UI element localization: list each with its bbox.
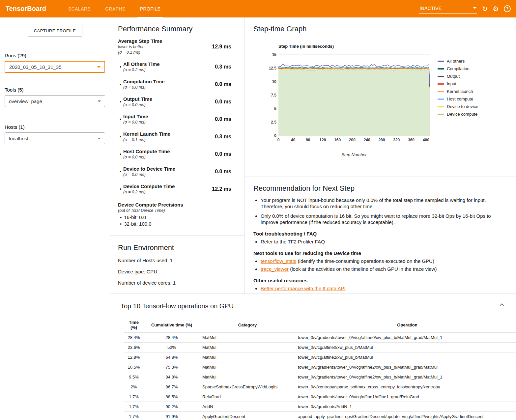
svg-text:0: 0 <box>274 133 276 138</box>
precisions-label: Device Compute Precisions <box>118 202 237 208</box>
metric-label: Output Time <box>123 96 152 102</box>
metric-value: 0.3 ms <box>215 134 231 140</box>
legend-label: Device to device <box>447 104 478 109</box>
recommendation-bullet: Only 0.0% of device computation is 16 bi… <box>261 213 503 225</box>
legend-item: Device compute <box>438 112 478 117</box>
legend-item: Output <box>438 74 478 79</box>
graph-column: Step-time Graph Step Time (in millisecon… <box>245 17 516 294</box>
chevron-down-icon <box>98 138 101 139</box>
faq-heading: Tool troubleshooting / FAQ <box>253 231 503 237</box>
tool-item: trace_viewer (look at the activities on … <box>261 266 503 272</box>
table-cell: tower_0/v/cg/affine0/xw_plus_b/MatMul <box>295 343 516 352</box>
legend-label: All others <box>447 59 465 64</box>
table-cell: tower_0/v/gradients/tower_0/v/cg/affine0… <box>295 333 516 343</box>
status-select[interactable]: INACTIVE <box>419 4 477 14</box>
performance-summary-title: Performance Summary <box>118 25 237 33</box>
header-tabs: SCALARSGRAPHSPROFILE <box>61 0 168 17</box>
tools-select[interactable]: overview_page <box>5 95 105 107</box>
bullet-icon: • <box>118 186 123 192</box>
app-title: TensorBoard <box>0 5 61 13</box>
svg-text:400: 400 <box>423 138 429 142</box>
chevron-down-icon <box>97 66 100 68</box>
metric-value: 0.0 ms <box>215 99 231 105</box>
recommendation-bullet: Your program is NOT input-bound because … <box>261 197 503 210</box>
precision-item: 32-bit: 100.0 <box>118 221 237 227</box>
tools-label: Tools (5) <box>5 87 105 93</box>
runs-label: Runs (29) <box>5 53 105 58</box>
metric-sigma: (σ = 0.1 ms) <box>118 50 162 55</box>
table-cell: ApplyGradientDescent <box>200 412 295 420</box>
table-cell: MatMul <box>200 343 295 352</box>
table-cell: 64.8% <box>144 352 200 362</box>
metric-label: All Others Time <box>123 61 160 67</box>
table-cell: 28.4% <box>144 333 200 343</box>
tool-link-trace_viewer[interactable]: trace_viewer <box>261 266 289 272</box>
table-cell: tower_0/v/gradients/tower_0/v/cg/affine2… <box>295 362 516 372</box>
metric-row: •Host Compute Time(σ = 0.0 ms)0.0 ms <box>118 148 237 160</box>
column-header: Operation <box>295 317 516 333</box>
collapse-chevron-icon[interactable] <box>498 301 505 308</box>
column-header: Category <box>200 317 295 333</box>
svg-text:0: 0 <box>277 138 280 142</box>
metric-sigma: (σ = 0.0 ms) <box>123 154 170 160</box>
content: Performance Summary Average Step Time lo… <box>110 17 516 420</box>
metric-row: •All Others Time(σ = 0.2 ms)0.3 ms <box>118 61 237 73</box>
hosts-select-value: localhost <box>9 136 28 141</box>
recommendation-title: Recommendation for Next Step <box>253 184 503 193</box>
legend-item: Device to device <box>438 104 478 109</box>
table-cell: 2% <box>124 382 144 392</box>
legend-swatch <box>438 106 444 107</box>
gear-icon[interactable]: ⚙ <box>493 5 499 12</box>
table-header-row: Time (%)Cumulative time (%)CategoryOpera… <box>124 317 516 333</box>
table-cell: 1.7% <box>124 392 144 402</box>
legend-label: Compilation <box>447 66 470 71</box>
capture-profile-button[interactable]: CAPTURE PROFILE <box>28 25 82 37</box>
table-row: 1.7%91.9%ApplyGradientDescentappend_appl… <box>124 412 516 420</box>
table-row: 23.6%52%MatMultower_0/v/cg/affine0/xw_pl… <box>124 343 516 352</box>
top-ops-table: Time (%)Cumulative time (%)CategoryOpera… <box>124 317 516 420</box>
step-time-chart[interactable]: 02.557.51012.515040801201602002402803203… <box>267 51 433 150</box>
tab-profile[interactable]: PROFILE <box>133 0 168 17</box>
table-cell: 10.5% <box>124 362 144 372</box>
env-line: Number of Hosts used: 1 <box>118 258 237 263</box>
metric-row: •Output Time(σ = 0.0 ms)0.0 ms <box>118 96 237 108</box>
metric-value: 0.0 ms <box>215 169 231 175</box>
recommendation-bullets: Your program is NOT input-bound because … <box>253 197 503 225</box>
table-cell: 90.2% <box>144 402 200 412</box>
tool-description: (look at the activities on the timeline … <box>289 266 437 272</box>
table-cell: 52% <box>144 343 200 352</box>
tool-link-tensorflow_stats[interactable]: tensorflow_stats <box>261 258 296 264</box>
table-body: 28.4%28.4%MatMultower_0/v/gradients/towe… <box>124 333 516 420</box>
legend-item: All others <box>438 59 478 64</box>
legend-swatch <box>438 76 444 77</box>
hosts-select[interactable]: localhost <box>5 132 105 144</box>
metric-value: 0.0 ms <box>215 116 231 122</box>
table-cell: 86.7% <box>144 382 200 392</box>
help-icon[interactable]: ? <box>504 5 511 12</box>
runs-select[interactable]: 2020_03_05_18_31_35 <box>5 61 105 73</box>
metric-value: 0.0 ms <box>215 151 231 157</box>
faq-item: Refer to the TF2 Profiler FAQ <box>261 238 503 245</box>
tab-graphs[interactable]: GRAPHS <box>98 0 133 17</box>
legend-swatch <box>438 68 444 70</box>
svg-text:120: 120 <box>319 138 326 142</box>
svg-text:200: 200 <box>349 138 356 142</box>
tfdata-performance-link[interactable]: Better performance with the tf.data API <box>261 286 346 291</box>
header-actions: INACTIVE ↻ ⚙ ? <box>419 4 516 14</box>
metric-label: Device Compute Time <box>123 183 175 189</box>
table-cell: tower_0/v/gradients/tower_0/v/cg/affine2… <box>295 372 516 382</box>
legend-item: Kernel launch <box>438 89 478 94</box>
metric-text: Compilation Time(σ = 0.0 ms) <box>123 78 165 90</box>
metric-sigma: (σ = 0.1 ms) <box>123 137 170 143</box>
metric-text: Kernel Launch Time(σ = 0.1 ms) <box>123 131 170 143</box>
table-cell: append_apply_gradient_ops/GradientDescen… <box>295 412 516 420</box>
run-environment-title: Run Environment <box>118 243 237 252</box>
refresh-icon[interactable]: ↻ <box>482 5 488 12</box>
summary-column: Performance Summary Average Step Time lo… <box>110 17 245 294</box>
metric-text: Host Compute Time(σ = 0.0 ms) <box>123 148 170 160</box>
legend-swatch <box>438 83 444 85</box>
table-cell: 23.6% <box>124 343 144 352</box>
tab-scalars[interactable]: SCALARS <box>61 0 98 17</box>
metric-sigma: (σ = 0.2 ms) <box>123 189 175 195</box>
column-header: Time (%) <box>124 317 144 333</box>
